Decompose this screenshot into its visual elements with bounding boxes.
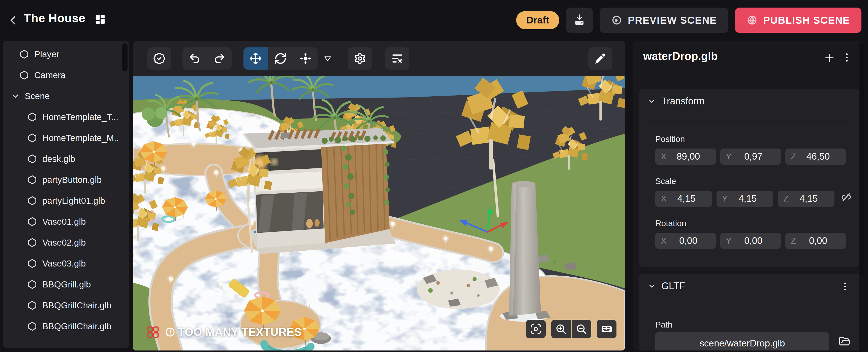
undo-button[interactable] (183, 48, 207, 69)
tree-item-bbqgrillchair-1[interactable]: BBQGrillChair.glb (3, 295, 129, 316)
gizmo-space-dropdown[interactable] (318, 48, 337, 69)
history-group (183, 48, 231, 69)
redo-button[interactable] (208, 48, 231, 69)
browse-file-button[interactable] (839, 335, 851, 348)
page-title: The House (24, 11, 86, 25)
hexagon-icon (27, 216, 37, 227)
tree-item-desk[interactable]: desk.glb (3, 148, 129, 169)
zoom-in-icon (555, 323, 567, 335)
texture-warning: TOO MANY TEXTURES (146, 325, 302, 339)
divider (643, 76, 856, 76)
axis-label: Y (726, 236, 732, 245)
tree-item-vase02[interactable]: Vase02.glb (3, 232, 129, 253)
scale-icon (299, 52, 312, 65)
zoom-in-button[interactable] (551, 320, 571, 339)
axis-label: Z (791, 236, 796, 245)
download-button[interactable] (566, 7, 593, 33)
tree-item-label: BBQGrillChair.glb (42, 321, 112, 331)
rotation-label: Rotation (655, 218, 686, 228)
tree-item-scene[interactable]: Scene (3, 86, 129, 107)
scene-render (133, 76, 625, 351)
rotation-z-field[interactable]: Z 0,00 (785, 233, 846, 249)
divider (648, 304, 847, 304)
position-label: Position (655, 135, 685, 144)
zoom-group (551, 320, 591, 339)
rotation-y-value: 0,00 (732, 235, 775, 246)
texture-warning-label: TOO MANY TEXTURES (178, 326, 302, 339)
transform-section-header[interactable]: Transform (648, 96, 705, 107)
tree-item-bbqgrill[interactable]: BBQGrill.glb (3, 274, 129, 295)
path-field[interactable]: scene/waterDrop.glb (655, 332, 829, 351)
transform-section: Transform Position X 89,00 Y 0,97 Z 46,5… (639, 89, 860, 267)
tree-item-camera[interactable]: Camera (3, 65, 129, 86)
tree-item-vase03[interactable]: Vase03.glb (3, 253, 129, 274)
scale-x-field[interactable]: X 4,15 (655, 190, 712, 207)
hexagon-icon (19, 49, 29, 59)
triangle-down-icon (323, 54, 332, 63)
scale-unlink-button[interactable] (841, 192, 852, 203)
position-x-field[interactable]: X 89,00 (655, 148, 716, 165)
tree-item-label: partyButton.glb (42, 175, 101, 185)
scene-tree-panel: Player Camera Scene HomeTemplate_T... Ho… (3, 41, 129, 348)
chevron-down-icon[interactable] (10, 91, 20, 101)
alert-circle-icon (165, 327, 176, 338)
render-options-button[interactable] (385, 48, 409, 69)
transform-section-title: Transform (661, 96, 705, 107)
inspector-title: waterDrop.glb (643, 50, 718, 62)
move-tool-button[interactable] (244, 48, 268, 69)
zoom-out-icon (576, 323, 587, 335)
tree-item-label: Player (34, 49, 59, 59)
tree-item-bbqgrillchair-2[interactable]: BBQGrillChair.glb (3, 316, 129, 336)
layout-grid-button[interactable] (94, 13, 106, 25)
verify-button[interactable] (147, 48, 172, 69)
gltf-menu-button[interactable] (840, 281, 850, 292)
settings-button[interactable] (348, 48, 372, 69)
hexagon-icon (19, 70, 29, 80)
tree-item-vase01[interactable]: Vase01.glb (3, 211, 129, 232)
scene-canvas[interactable]: TOO MANY TEXTURES (133, 76, 625, 351)
position-y-field[interactable]: Y 0,97 (720, 148, 781, 165)
path-value: scene/waterDrop.glb (700, 338, 785, 349)
inspector-menu-button[interactable] (841, 52, 852, 63)
edit-button[interactable] (588, 48, 613, 69)
back-button[interactable] (7, 12, 19, 28)
kebab-menu-icon (840, 281, 850, 292)
preview-scene-label: PREVIEW SCENE (628, 14, 717, 26)
tree-item-label: BBQGrill.glb (42, 280, 91, 290)
texture-grid-icon (146, 325, 160, 339)
keyboard-shortcuts-button[interactable] (597, 320, 617, 339)
scale-z-field[interactable]: Z 4,15 (778, 190, 835, 207)
tree-item-partybutton[interactable]: partyButton.glb (3, 170, 129, 190)
hexagon-icon (27, 175, 37, 185)
axis-label: X (661, 236, 666, 245)
focus-button[interactable] (526, 320, 546, 339)
position-z-field[interactable]: Z 46,50 (785, 148, 846, 165)
hexagon-icon (27, 280, 37, 290)
tree-item-hometemplate-t[interactable]: HomeTemplate_T... (3, 107, 129, 127)
inspector-scrollbar-thumb[interactable] (860, 44, 865, 276)
add-component-button[interactable] (824, 52, 835, 63)
tree-item-label: desk.glb (42, 154, 75, 164)
header-actions: Draft PREVIEW SCENE PUBLISH SCENE (516, 7, 862, 33)
sidebar-scrollbar[interactable] (122, 43, 127, 71)
rotation-y-field[interactable]: Y 0,00 (720, 233, 781, 249)
axis-label: X (661, 152, 666, 162)
preview-scene-button[interactable]: PREVIEW SCENE (599, 7, 728, 33)
tree-item-partylight[interactable]: partyLight01.glb (3, 190, 129, 211)
viewport-panel: TOO MANY TEXTURES (133, 41, 625, 351)
scale-tool-button[interactable] (293, 48, 317, 69)
zoom-out-button[interactable] (571, 320, 591, 339)
gear-icon (353, 52, 366, 65)
divider (648, 122, 847, 122)
status-badge: Draft (516, 11, 559, 29)
scale-y-field[interactable]: Y 4,15 (716, 190, 773, 207)
tree-item-player[interactable]: Player (3, 44, 129, 64)
rotate-tool-button[interactable] (269, 48, 292, 69)
publish-scene-button[interactable]: PUBLISH SCENE (735, 7, 862, 33)
tree-item-hometemplate-m[interactable]: HomeTemplate_M.. (3, 127, 129, 148)
position-y-value: 0,97 (732, 151, 775, 162)
gltf-section-header[interactable]: GLTF (648, 281, 685, 292)
axis-label: Z (791, 152, 796, 162)
rotation-x-field[interactable]: X 0,00 (655, 233, 716, 249)
hexagon-icon (27, 300, 37, 311)
